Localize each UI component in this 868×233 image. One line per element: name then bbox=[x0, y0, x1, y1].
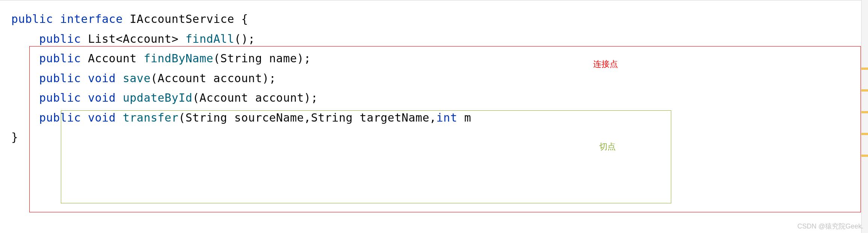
method-name: transfer bbox=[123, 111, 179, 124]
keyword-public: public bbox=[39, 111, 81, 124]
code-block: public interface IAccountService { publi… bbox=[0, 0, 868, 233]
code-line-3: public Account findByName(String name); bbox=[0, 49, 868, 69]
type-name: IAccountService bbox=[130, 12, 234, 26]
code-line-5: public void updateById(Account account); bbox=[0, 88, 868, 108]
joinpoint-label: 连接点 bbox=[593, 59, 618, 70]
keyword-public: public bbox=[39, 72, 81, 85]
code-line-4: public void save(Account account); bbox=[0, 69, 868, 89]
code-line-6: public void transfer(String sourceName,S… bbox=[0, 108, 868, 128]
params-a: (String sourceName,String targetName, bbox=[179, 111, 437, 124]
keyword-void: void bbox=[88, 111, 116, 124]
gutter-warning-mark bbox=[861, 68, 868, 70]
watermark-text: CSDN @猿究院Geek. bbox=[797, 222, 863, 231]
gutter-warning-mark bbox=[861, 155, 868, 157]
keyword-void: void bbox=[88, 91, 116, 104]
method-name: findByName bbox=[144, 52, 214, 65]
method-name: save bbox=[123, 72, 151, 85]
pointcut-label: 切点 bbox=[599, 141, 616, 152]
editor-gutter bbox=[861, 0, 868, 233]
params-b: m bbox=[457, 111, 471, 124]
code-line-2: public List<Account> findAll(); bbox=[0, 29, 868, 49]
keyword-public: public bbox=[11, 12, 53, 26]
keyword-interface: interface bbox=[60, 12, 123, 26]
params: (); bbox=[234, 32, 255, 45]
gutter-warning-mark bbox=[861, 133, 868, 135]
return-type: Account bbox=[88, 52, 137, 65]
params: (Account account); bbox=[193, 91, 318, 104]
method-name: updateById bbox=[123, 91, 193, 104]
brace-open: { bbox=[241, 12, 249, 26]
keyword-void: void bbox=[88, 72, 116, 85]
brace-close: } bbox=[11, 131, 18, 144]
method-name: findAll bbox=[185, 32, 234, 45]
code-line-7: } bbox=[0, 128, 868, 147]
return-type: List<Account> bbox=[88, 32, 178, 45]
params: (Account account); bbox=[151, 72, 276, 85]
code-line-1: public interface IAccountService { bbox=[0, 9, 868, 29]
gutter-warning-mark bbox=[861, 111, 868, 113]
params: (String name); bbox=[213, 52, 311, 65]
gutter-warning-mark bbox=[861, 89, 868, 92]
keyword-int: int bbox=[436, 111, 457, 124]
keyword-public: public bbox=[39, 32, 81, 45]
keyword-public: public bbox=[39, 52, 81, 65]
keyword-public: public bbox=[39, 91, 81, 104]
